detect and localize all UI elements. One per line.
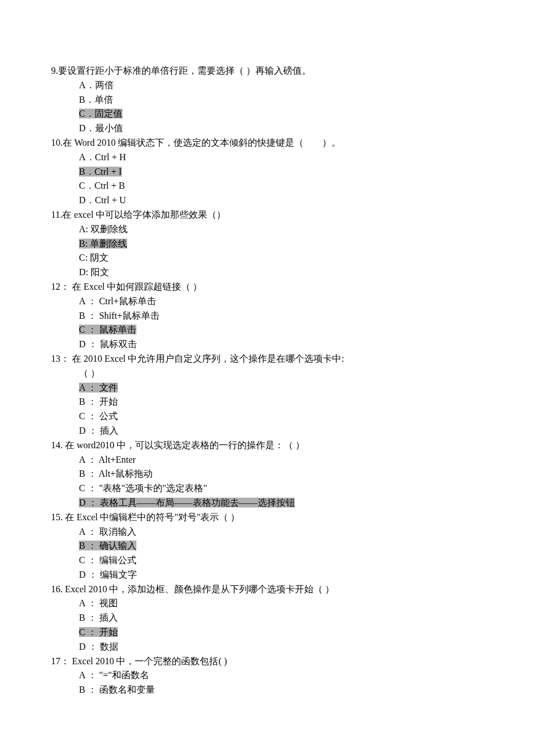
- option-b: B ： Alt+鼠标拖动: [79, 467, 486, 481]
- option-d: D ： 鼠标双击: [79, 337, 486, 352]
- question-14: 14. 在 word2010 中，可以实现选定表格的一行的操作是：（ ） A ：…: [51, 438, 486, 510]
- option-d: D．最小值: [79, 121, 486, 136]
- option-a: A．两倍: [79, 78, 486, 93]
- option-d: D ： 插入: [79, 424, 486, 438]
- question-options: A ： Ctrl+鼠标单击 B ： Shift+鼠标单击 C ： 鼠标单击 D …: [79, 294, 486, 352]
- question-stem: Excel 2010 中，添加边框、颜色操作是从下列哪个选项卡开始（ ）: [63, 584, 334, 594]
- question-stem: 在 Excel 中编辑栏中的符号"对号"表示（ ）: [63, 512, 240, 522]
- option-c: C ： 公式: [79, 409, 486, 424]
- question-9: 9.要设置行距小于标准的单倍行距，需要选择（ ）再输入磅值。 A．两倍 B．单倍…: [51, 64, 486, 136]
- question-number: 13：: [51, 354, 70, 363]
- option-a: A ： 视图: [79, 596, 486, 611]
- option-a: A ： Ctrl+鼠标单击: [79, 294, 486, 309]
- option-b: B ： 函数名和变量: [79, 683, 486, 697]
- question-options: A ： 视图 B ： 插入 C ： 开始 D ： 数据: [79, 596, 486, 654]
- option-c: C．Ctrl + B: [79, 179, 486, 193]
- option-c: C: 阴文: [79, 251, 486, 265]
- option-a: A: 双删除线: [79, 222, 486, 237]
- question-12: 12： 在 Excel 中如何跟踪超链接（ ） A ： Ctrl+鼠标单击 B …: [51, 280, 486, 352]
- option-a: A ： 取消输入: [79, 525, 486, 539]
- option-b: B: 单删除线: [79, 239, 127, 249]
- question-options: A．两倍 B．单倍 C．固定值 D．最小值: [79, 78, 486, 136]
- question-10: 10.在 Word 2010 编辑状态下，使选定的文本倾斜的快捷键是（ ）。 A…: [51, 136, 486, 208]
- question-number: 12：: [51, 282, 70, 291]
- option-c: C ： "表格"选项卡的"选定表格": [79, 481, 486, 496]
- option-a: A ： Alt+Enter: [79, 453, 486, 467]
- option-b: B ： 确认输入: [79, 541, 136, 550]
- question-options: A ： 文件 B ： 开始 C ： 公式 D ： 插入: [79, 381, 486, 438]
- question-stem: 要设置行距小于标准的单倍行距，需要选择（ ）再输入磅值。: [58, 66, 311, 75]
- option-b: B．Ctrl + I: [79, 167, 122, 177]
- question-number: 15.: [51, 512, 63, 522]
- question-16: 16. Excel 2010 中，添加边框、颜色操作是从下列哪个选项卡开始（ ）…: [51, 582, 486, 654]
- question-17: 17： Excel 2010 中，一个完整的函数包括( ) A ： "="和函数…: [51, 654, 486, 697]
- option-c: C．固定值: [79, 109, 122, 118]
- document-page: 9.要设置行距小于标准的单倍行距，需要选择（ ）再输入磅值。 A．两倍 B．单倍…: [0, 0, 534, 756]
- question-stem: 在 Excel 中如何跟踪超链接（ ）: [70, 282, 202, 291]
- question-13: 13： 在 2010 Excel 中允许用户自定义序列，这个操作是在哪个选项卡中…: [51, 352, 486, 438]
- option-a: A．Ctrl + H: [79, 150, 486, 165]
- question-number: 11.: [51, 210, 62, 219]
- question-number: 9.: [51, 66, 58, 75]
- question-options: A: 双删除线 B: 单删除线 C: 阴文 D: 阳文: [79, 222, 486, 280]
- option-d: D ： 数据: [79, 640, 486, 654]
- option-c: C ： 开始: [79, 627, 118, 637]
- question-number: 10.: [51, 138, 63, 147]
- question-stem: 在 2010 Excel 中允许用户自定义序列，这个操作是在哪个选项卡中:: [70, 354, 344, 363]
- option-d: D．Ctrl + U: [79, 193, 486, 208]
- option-b: B ： Shift+鼠标单击: [79, 309, 486, 323]
- option-b: B ： 插入: [79, 611, 486, 625]
- option-a: A ： 文件: [79, 383, 118, 393]
- question-options: A ： 取消输入 B ： 确认输入 C ： 编辑公式 D ： 编辑文字: [79, 525, 486, 582]
- option-a: A ： "="和函数名: [79, 668, 486, 683]
- question-11: 11.在 excel 中可以给字体添加那些效果（） A: 双删除线 B: 单删除…: [51, 208, 486, 280]
- question-options: A．Ctrl + H B．Ctrl + I C．Ctrl + B D．Ctrl …: [79, 150, 486, 208]
- question-number: 17：: [51, 656, 70, 666]
- question-15: 15. 在 Excel 中编辑栏中的符号"对号"表示（ ） A ： 取消输入 B…: [51, 510, 486, 582]
- option-c: C ： 编辑公式: [79, 553, 486, 568]
- option-d: D ： 表格工具——布局——表格功能去——选择按钮: [79, 498, 295, 507]
- question-number: 16.: [51, 584, 63, 594]
- option-d: D: 阳文: [79, 265, 486, 280]
- question-stem: 在 Word 2010 编辑状态下，使选定的文本倾斜的快捷键是（ ）。: [63, 138, 341, 147]
- question-stem: 在 word2010 中，可以实现选定表格的一行的操作是：（ ）: [63, 440, 305, 450]
- question-number: 14.: [51, 440, 63, 450]
- question-options: A ： "="和函数名 B ： 函数名和变量: [79, 668, 486, 697]
- option-d: D ： 编辑文字: [79, 568, 486, 582]
- question-options: A ： Alt+Enter B ： Alt+鼠标拖动 C ： "表格"选项卡的"…: [79, 453, 486, 510]
- option-c: C ： 鼠标单击: [79, 325, 136, 334]
- option-b: B ： 开始: [79, 395, 486, 409]
- question-stem-cont: （ ）: [79, 366, 486, 381]
- question-stem: 在 excel 中可以给字体添加那些效果（）: [62, 210, 226, 219]
- question-stem: Excel 2010 中，一个完整的函数包括( ): [70, 656, 227, 666]
- option-b: B．单倍: [79, 93, 486, 107]
